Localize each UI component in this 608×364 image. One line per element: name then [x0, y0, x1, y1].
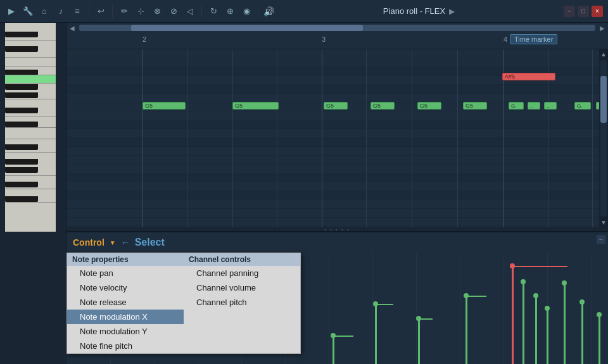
panel-minimize-button[interactable]: −	[597, 235, 605, 244]
ctrl-bar-red	[512, 266, 514, 364]
slice-icon[interactable]: ◁	[184, 5, 196, 18]
time-marker-label: Time marker	[510, 34, 557, 44]
note-g5-6[interactable]: G5	[463, 102, 487, 110]
note-g5-2[interactable]: G5	[232, 102, 279, 110]
ctrl-bar-6	[535, 296, 537, 364]
scroll-v-thumb[interactable]	[600, 76, 607, 123]
sep2	[112, 5, 113, 18]
loop-icon[interactable]: ↻	[207, 5, 220, 18]
scroll-left-arrow[interactable]: ◀	[68, 25, 77, 32]
menu-note-velocity[interactable]: Note velocity	[67, 280, 184, 295]
magnet-icon[interactable]: ⌂	[38, 5, 51, 18]
note-g5-10[interactable]: G.	[574, 102, 591, 110]
volume-icon[interactable]: ◉	[240, 5, 253, 18]
control-dropdown-arrow[interactable]: ▼	[110, 239, 116, 246]
note-grid-wrapper: A#5 G5 G5 G5 G5 G5 G5 G. .. .. G. ..	[66, 49, 608, 227]
titlebar-controls: − □ ×	[564, 6, 603, 17]
titlebar-left: ▶ 🔧 ⌂ ♪ ≡ ↩ ✏ ⊹ ⊗ ⊘ ◁ ↻ ⊕ ◉ 🔊	[5, 5, 274, 18]
maximize-button[interactable]: □	[578, 6, 589, 17]
timeline: 2 3 4 Time marker	[66, 33, 608, 49]
menu-channel-volume[interactable]: Channel volume	[184, 280, 300, 295]
menu-note-modulation-x[interactable]: Note modulation X	[67, 310, 184, 324]
title-text: Piano roll - FLEX	[383, 6, 445, 16]
mute-icon[interactable]: ⊘	[167, 5, 180, 18]
speaker-icon: 🔊	[263, 6, 274, 16]
ctrl-bar-8	[564, 283, 566, 364]
channel-controls-header: Channel controls	[184, 253, 300, 266]
ctrl-bar-2	[375, 304, 377, 364]
close-button[interactable]: ×	[592, 6, 603, 17]
bar-line-2	[142, 49, 143, 227]
note-g5-5[interactable]: G5	[417, 102, 441, 110]
menu-note-fine-pitch[interactable]: Note fine pitch	[67, 339, 184, 353]
list-icon[interactable]: ≡	[71, 5, 84, 18]
marker-4: 4	[504, 35, 507, 43]
note-g5-8[interactable]: ..	[528, 102, 540, 110]
scroll-down-arrow[interactable]: ▼	[599, 218, 608, 227]
note-g5-4[interactable]: G5	[370, 102, 395, 110]
scroll-up-arrow[interactable]: ▲	[599, 49, 608, 59]
pencil-icon[interactable]: ✏	[118, 5, 130, 18]
piano-keyboard	[0, 23, 66, 364]
marker-2: 2	[142, 35, 146, 43]
note-icon[interactable]: ♪	[54, 5, 67, 18]
minimize-button[interactable]: −	[564, 6, 575, 17]
bar-line-3	[322, 49, 322, 227]
menu-channel-panning[interactable]: Channel panning	[184, 266, 300, 280]
note-properties-header: Note properties	[67, 253, 184, 266]
bottom-content: Note properties Note pan Note velocity N…	[66, 253, 608, 364]
ctrl-bar-7	[547, 308, 548, 364]
select-arrow-icon: ←	[121, 237, 130, 248]
undo-icon[interactable]: ↩	[94, 5, 107, 18]
scroll-v-track[interactable]	[600, 60, 607, 217]
menu-channel-pitch[interactable]: Channel pitch	[184, 295, 300, 310]
note-grid[interactable]: A#5 G5 G5 G5 G5 G5 G5 G. .. .. G. ..	[66, 49, 599, 227]
bottom-panel-header: Control ▼ ← Select −	[66, 232, 608, 253]
piano-keys-visual[interactable]	[0, 23, 66, 232]
titlebar: ▶ 🔧 ⌂ ♪ ≡ ↩ ✏ ⊹ ⊗ ⊘ ◁ ↻ ⊕ ◉ 🔊 Piano roll…	[0, 0, 608, 23]
roll-with-scrollbar: ◀ ▶ 2 3 4 Time marker	[66, 23, 608, 227]
ctrl-bar-1	[332, 336, 334, 364]
menu-note-release[interactable]: Note release	[67, 295, 184, 310]
title-arrow[interactable]: ▶	[449, 7, 455, 16]
scroll-thumb-track[interactable]	[79, 25, 595, 31]
note-g5-9[interactable]: ..	[544, 102, 557, 110]
sep4	[258, 5, 258, 18]
dropdown-menu: Note properties Note pan Note velocity N…	[66, 253, 301, 354]
bottom-panel: Control ▼ ← Select − Note properties Not…	[66, 231, 608, 364]
marker-3: 3	[322, 35, 326, 43]
play-icon[interactable]: ▶	[5, 5, 18, 18]
ctrl-bar-4	[466, 296, 467, 364]
ctrl-bar-5	[522, 282, 524, 364]
note-g5-3[interactable]: G5	[324, 102, 348, 110]
horizontal-scrollbar[interactable]: ◀ ▶	[66, 23, 608, 33]
select-label: Select	[135, 237, 165, 248]
main-area: ◀ ▶ 2 3 4 Time marker	[0, 23, 608, 364]
menu-columns: Note properties Note pan Note velocity N…	[67, 253, 300, 353]
erase-icon[interactable]: ⊗	[151, 5, 163, 18]
note-g5-11[interactable]: ..	[596, 102, 599, 110]
channel-controls-col: Channel controls Channel panning Channel…	[184, 253, 300, 353]
scroll-thumb[interactable]	[131, 25, 364, 31]
ctrl-bar-10	[598, 315, 600, 364]
sep3	[201, 5, 202, 18]
note-properties-col: Note properties Note pan Note velocity N…	[67, 253, 184, 353]
menu-note-modulation-y[interactable]: Note modulation Y	[67, 324, 184, 339]
ctrl-bar-3	[418, 318, 420, 364]
vertical-scrollbar[interactable]: ▲ ▼	[599, 49, 608, 227]
control-label: Control	[73, 237, 104, 248]
note-g5-1[interactable]: G5	[142, 102, 186, 110]
sep1	[89, 5, 89, 18]
select-icon[interactable]: ⊹	[134, 5, 147, 18]
titlebar-title: Piano roll - FLEX ▶	[383, 6, 455, 16]
menu-note-pan[interactable]: Note pan	[67, 266, 184, 280]
roll-area: ◀ ▶ 2 3 4 Time marker	[66, 23, 608, 364]
note-g5-7[interactable]: G.	[509, 102, 524, 110]
zoom-icon[interactable]: ⊕	[224, 5, 236, 18]
wrench-icon[interactable]: 🔧	[22, 5, 34, 18]
note-as5[interactable]: A#5	[502, 73, 555, 80]
roll-main: ◀ ▶ 2 3 4 Time marker	[66, 23, 608, 227]
ctrl-bar-9	[581, 302, 583, 364]
scroll-right-arrow[interactable]: ▶	[598, 25, 607, 32]
